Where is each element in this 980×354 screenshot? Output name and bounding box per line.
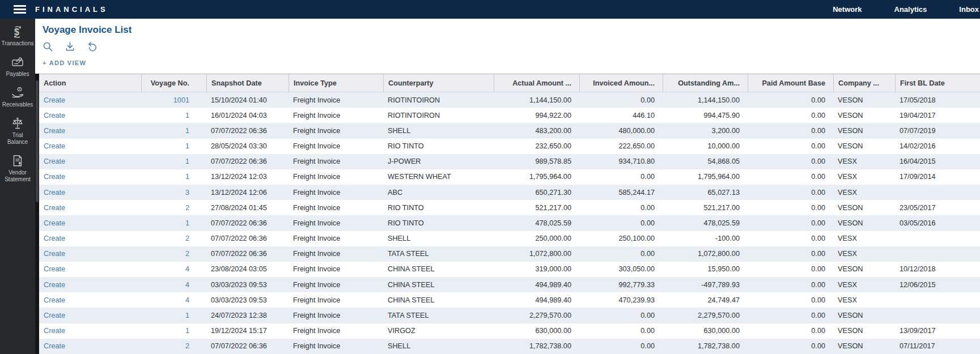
cell-paid-amount: 0.00 xyxy=(748,246,833,262)
menu-icon[interactable] xyxy=(14,5,26,14)
column-header-first-bl-date[interactable]: First BL Date xyxy=(895,74,958,92)
table-row: Create207/07/2022 06:36Freight InvoiceSH… xyxy=(39,231,980,246)
toolbar xyxy=(35,36,980,52)
top-navigation: NetworkAnalyticsInbox xyxy=(833,5,980,14)
create-link[interactable]: Create xyxy=(39,323,141,339)
cell-counterparty: VIRGOZ xyxy=(383,323,494,339)
voyage-link[interactable]: 1 xyxy=(141,123,206,138)
table-row: Create423/08/2024 03:05Freight InvoiceCH… xyxy=(39,262,980,277)
cell-paid-amount: 0.00 xyxy=(748,108,833,123)
cell-actual-amount: 521,217.00 xyxy=(494,200,579,215)
cell-company: VESON xyxy=(833,108,895,123)
sidebar-item-label: Payables xyxy=(6,71,29,78)
table-row: Create107/07/2022 06:36Freight InvoiceSH… xyxy=(39,123,980,138)
column-header-invoice-type[interactable]: Invoice Type xyxy=(289,74,383,92)
voyage-link[interactable]: 2 xyxy=(141,339,206,354)
reset-icon[interactable] xyxy=(87,41,97,52)
voyage-link[interactable]: 1 xyxy=(141,169,206,185)
voyage-link[interactable]: 4 xyxy=(141,292,206,308)
cell-outstanding-amount: 24,749.47 xyxy=(663,292,748,308)
cell-outstanding-amount: -100.00 xyxy=(663,231,748,246)
voyage-link[interactable]: 1 xyxy=(141,215,206,231)
column-header-paid-amount[interactable]: Paid Amount Base xyxy=(748,74,833,92)
voyage-link[interactable]: 1001 xyxy=(141,92,206,108)
create-link[interactable]: Create xyxy=(39,215,141,231)
sidebar-item-payables[interactable]: Payables xyxy=(0,56,35,78)
voyage-link[interactable]: 2 xyxy=(141,200,206,215)
nav-inbox[interactable]: Inbox xyxy=(959,5,979,14)
download-icon[interactable] xyxy=(65,41,75,52)
voyage-link[interactable]: 3 xyxy=(141,185,206,200)
sidebar-item-transactions[interactable]: $Transactions xyxy=(0,25,35,47)
cell-actual-amount: 250,000.00 xyxy=(494,231,579,246)
cell-counterparty: ABC xyxy=(383,185,494,200)
create-link[interactable]: Create xyxy=(39,262,141,277)
cell-first-bl-date: 07/11/2017 xyxy=(895,339,958,354)
voyage-link[interactable]: 4 xyxy=(141,262,206,277)
cell-company: VESON xyxy=(833,139,895,154)
create-link[interactable]: Create xyxy=(39,154,141,169)
voyage-link[interactable]: 2 xyxy=(141,246,206,262)
voyage-link[interactable]: 1 xyxy=(141,108,206,123)
search-icon[interactable] xyxy=(43,41,53,52)
create-link[interactable]: Create xyxy=(39,123,141,138)
nav-network[interactable]: Network xyxy=(833,5,862,14)
create-link[interactable]: Create xyxy=(39,139,141,154)
cell-company: VESON xyxy=(833,323,895,339)
create-link[interactable]: Create xyxy=(39,92,141,108)
column-header-action[interactable]: Action xyxy=(39,74,141,92)
voyage-link[interactable]: 2 xyxy=(141,231,206,246)
cell-paid-amount: 0.00 xyxy=(748,215,833,231)
scrollbar-thumb[interactable] xyxy=(36,80,39,202)
cell-company: VESX xyxy=(833,246,895,262)
create-link[interactable]: Create xyxy=(39,339,141,354)
column-header-actual-amount[interactable]: Actual Amount ... xyxy=(494,74,579,92)
cell-counterparty: RIO TINTO xyxy=(383,200,494,215)
cell-paid-amount: 0.00 xyxy=(748,169,833,185)
column-header-outstanding-amount[interactable]: Outstanding Am... xyxy=(663,74,748,92)
sidebar-item-receivables[interactable]: Receivables xyxy=(0,86,35,108)
cell-invoiced-amount: 934,710.80 xyxy=(579,154,663,169)
cell-first-bl-date: 19/04/2017 xyxy=(895,108,958,123)
table-row: Create207/07/2022 06:36Freight InvoiceSH… xyxy=(39,339,980,354)
voyage-link[interactable]: 1 xyxy=(141,154,206,169)
create-link[interactable]: Create xyxy=(39,169,141,185)
create-link[interactable]: Create xyxy=(39,308,141,323)
create-link[interactable]: Create xyxy=(39,231,141,246)
voyage-link[interactable]: 4 xyxy=(141,277,206,292)
create-link[interactable]: Create xyxy=(39,108,141,123)
voyage-link[interactable]: 1 xyxy=(141,323,206,339)
voyage-link[interactable]: 1 xyxy=(141,139,206,154)
add-view-button[interactable]: + ADD VIEW xyxy=(43,59,86,66)
column-header-snapshot-date[interactable]: Snapshot Date xyxy=(206,74,289,92)
app-title: FINANCIALS xyxy=(35,5,108,14)
vertical-scrollbar[interactable] xyxy=(35,74,39,354)
cell-snapshot-date: 07/07/2022 06:36 xyxy=(206,231,289,246)
sidebar: $TransactionsPayablesReceivablesTrial Ba… xyxy=(0,19,35,354)
cell-invoice-type: Freight Invoice xyxy=(289,215,383,231)
sidebar-item-vendor-statement[interactable]: Vendor Statement xyxy=(0,154,35,183)
cell-outstanding-amount: 994,475.90 xyxy=(663,108,748,123)
cell-outstanding-amount: 15,950.00 xyxy=(663,262,748,277)
cell-paid-amount: 0.00 xyxy=(748,123,833,138)
column-header-voyage-no[interactable]: Voyage No. xyxy=(141,74,206,92)
cell-counterparty: WESTERN WHEAT xyxy=(383,169,494,185)
cell-first-bl-date: 07/07/2019 xyxy=(895,123,958,138)
cell-first-bl-date: 17/05/2018 xyxy=(895,92,958,108)
voyage-link[interactable]: 1 xyxy=(141,308,206,323)
cell-counterparty: CHINA STEEL xyxy=(383,292,494,308)
sidebar-item-trial-balance[interactable]: Trial Balance xyxy=(0,117,35,146)
create-link[interactable]: Create xyxy=(39,277,141,292)
create-link[interactable]: Create xyxy=(39,200,141,215)
column-header-counterparty[interactable]: Counterparty xyxy=(383,74,494,92)
cell-invoiced-amount: 0.00 xyxy=(579,169,663,185)
create-link[interactable]: Create xyxy=(39,292,141,308)
column-header-invoiced-amount[interactable]: Invoiced Amoun... xyxy=(579,74,663,92)
cell-outstanding-amount: 65,027.13 xyxy=(663,185,748,200)
nav-analytics[interactable]: Analytics xyxy=(894,5,927,14)
create-link[interactable]: Create xyxy=(39,185,141,200)
create-link[interactable]: Create xyxy=(39,246,141,262)
column-header-company[interactable]: Company ... xyxy=(833,74,895,92)
cell-invoice-type: Freight Invoice xyxy=(289,185,383,200)
cell-company: VESON xyxy=(833,308,895,323)
